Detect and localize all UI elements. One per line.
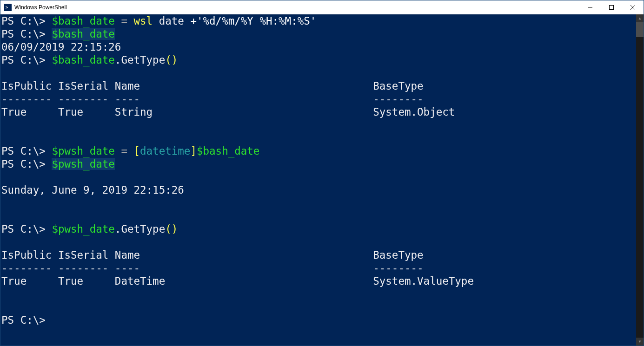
table-separator: -------- -------- ---- -------- xyxy=(1,262,424,274)
variable: $bash_date xyxy=(52,54,114,66)
bracket: [ xyxy=(133,145,140,157)
variable: $pwsh_date xyxy=(52,158,114,170)
prompt: PS C:\> xyxy=(1,145,52,157)
variable: $pwsh_date xyxy=(52,145,121,157)
scrollbar[interactable]: ▲ ▼ xyxy=(636,14,644,346)
type-name: datetime xyxy=(140,145,190,157)
prompt: PS C:\> xyxy=(1,54,52,66)
output-line: Sunday, June 9, 2019 22:15:26 xyxy=(1,184,184,196)
minimize-button[interactable] xyxy=(579,0,601,14)
table-row: True True String System.Object xyxy=(1,106,455,118)
output-line: 06/09/2019 22:15:26 xyxy=(1,41,121,53)
table-separator: -------- -------- ---- -------- xyxy=(1,93,424,105)
argument: date xyxy=(159,15,191,27)
prompt: PS C:\> xyxy=(1,28,52,40)
variable: $pwsh_date xyxy=(52,223,114,235)
table-row: True True DateTime System.ValueType xyxy=(1,275,474,287)
svg-rect-1 xyxy=(610,5,614,9)
variable: $bash_date xyxy=(52,28,114,40)
parens: () xyxy=(165,223,178,235)
scroll-up-button[interactable]: ▲ xyxy=(636,14,644,22)
parens: () xyxy=(165,54,178,66)
prompt: PS C:\> xyxy=(1,314,52,326)
bracket: ] xyxy=(190,145,197,157)
scroll-thumb[interactable] xyxy=(636,22,644,37)
command: wsl xyxy=(133,15,159,27)
operator: = xyxy=(121,145,133,157)
variable: $bash_date xyxy=(197,145,259,157)
window-title: Windows PowerShell xyxy=(14,4,67,11)
variable: $bash_date xyxy=(52,15,121,27)
operator: = xyxy=(121,15,133,27)
method: .GetType xyxy=(115,54,165,66)
titlebar: >_ Windows PowerShell xyxy=(0,0,644,14)
argument: +'%d/%m/%Y %H:%M:%S' xyxy=(190,15,316,27)
scroll-down-button[interactable]: ▼ xyxy=(636,338,644,346)
prompt: PS C:\> xyxy=(1,15,52,27)
table-header: IsPublic IsSerial Name BaseType xyxy=(1,80,424,92)
maximize-button[interactable] xyxy=(601,0,622,14)
method: .GetType xyxy=(115,223,165,235)
powershell-icon: >_ xyxy=(4,4,12,11)
table-header: IsPublic IsSerial Name BaseType xyxy=(1,249,424,261)
prompt: PS C:\> xyxy=(1,158,52,170)
close-button[interactable] xyxy=(622,0,644,14)
terminal-output[interactable]: PS C:\> $bash_date = wsl date +'%d/%m/%Y… xyxy=(0,14,636,346)
prompt: PS C:\> xyxy=(1,223,52,235)
